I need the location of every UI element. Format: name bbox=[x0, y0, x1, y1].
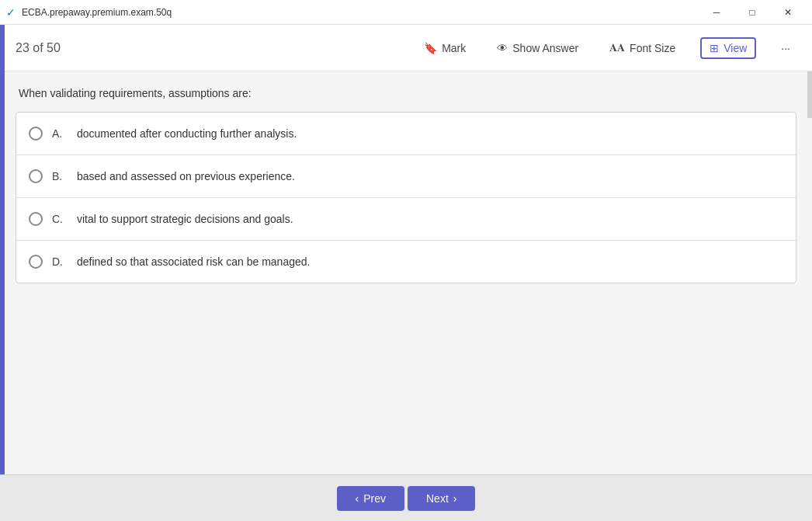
right-sidebar-indicator bbox=[807, 71, 812, 118]
prev-icon: ‹ bbox=[356, 492, 359, 505]
font-size-label: Font Size bbox=[630, 42, 675, 54]
prev-button[interactable]: ‹ Prev bbox=[337, 486, 404, 511]
prev-label: Prev bbox=[363, 492, 386, 505]
app-header: 23 of 50 🔖 Mark 👁 Show Answer 𝐀𝐀 Font Si… bbox=[0, 25, 812, 71]
check-icon: ✓ bbox=[6, 6, 16, 19]
question-text: When validating requirements, assumption… bbox=[16, 87, 796, 99]
radio-c[interactable] bbox=[29, 212, 43, 226]
bottom-nav: ‹ Prev Next › bbox=[0, 474, 812, 521]
main-content: When validating requirements, assumption… bbox=[0, 71, 812, 474]
options-container: A. documented after conducting further a… bbox=[16, 112, 796, 283]
question-counter: 23 of 50 bbox=[16, 41, 61, 55]
option-row-a[interactable]: A. documented after conducting further a… bbox=[16, 113, 796, 155]
bookmark-icon: 🔖 bbox=[424, 42, 437, 54]
option-text-b: based and assessed on previous experienc… bbox=[77, 170, 295, 182]
font-size-button[interactable]: 𝐀𝐀 Font Size bbox=[603, 38, 682, 57]
more-button[interactable]: ··· bbox=[775, 39, 796, 57]
mark-button[interactable]: 🔖 Mark bbox=[418, 39, 472, 57]
view-label: View bbox=[724, 42, 747, 54]
option-text-d: defined so that associated risk can be m… bbox=[77, 255, 310, 268]
option-label-b: B. bbox=[52, 170, 68, 182]
eye-icon: 👁 bbox=[497, 42, 508, 54]
title-bar-controls: ─ □ ✕ bbox=[699, 0, 806, 25]
maximize-button[interactable]: □ bbox=[734, 0, 770, 25]
view-icon: ⊞ bbox=[710, 42, 719, 54]
radio-d[interactable] bbox=[29, 255, 43, 269]
next-label: Next bbox=[426, 492, 449, 505]
left-sidebar-indicator bbox=[0, 25, 5, 474]
radio-a[interactable] bbox=[29, 127, 43, 141]
show-answer-button[interactable]: 👁 Show Answer bbox=[491, 39, 585, 57]
next-button[interactable]: Next › bbox=[408, 486, 475, 511]
option-label-c: C. bbox=[52, 213, 68, 225]
next-icon: › bbox=[453, 492, 457, 505]
option-text-c: vital to support strategic decisions and… bbox=[77, 213, 293, 225]
radio-b[interactable] bbox=[29, 169, 43, 183]
option-row-c[interactable]: C. vital to support strategic decisions … bbox=[16, 198, 796, 241]
option-label-d: D. bbox=[52, 255, 68, 268]
font-icon: 𝐀𝐀 bbox=[609, 41, 625, 54]
mark-label: Mark bbox=[442, 42, 466, 54]
title-bar: ✓ ECBA.prepaway.premium.exam.50q ─ □ ✕ bbox=[0, 0, 812, 25]
view-button[interactable]: ⊞ View bbox=[700, 37, 756, 59]
option-text-a: documented after conducting further anal… bbox=[77, 127, 297, 140]
option-row-d[interactable]: D. defined so that associated risk can b… bbox=[16, 241, 796, 283]
minimize-button[interactable]: ─ bbox=[699, 0, 734, 25]
close-button[interactable]: ✕ bbox=[770, 0, 806, 25]
window-title: ECBA.prepaway.premium.exam.50q bbox=[22, 7, 172, 18]
header-actions: 🔖 Mark 👁 Show Answer 𝐀𝐀 Font Size ⊞ View… bbox=[418, 37, 796, 59]
show-answer-label: Show Answer bbox=[512, 42, 578, 54]
option-row-b[interactable]: B. based and assessed on previous experi… bbox=[16, 155, 796, 198]
option-label-a: A. bbox=[52, 127, 68, 140]
title-bar-left: ✓ ECBA.prepaway.premium.exam.50q bbox=[6, 6, 172, 19]
more-icon: ··· bbox=[781, 42, 790, 54]
